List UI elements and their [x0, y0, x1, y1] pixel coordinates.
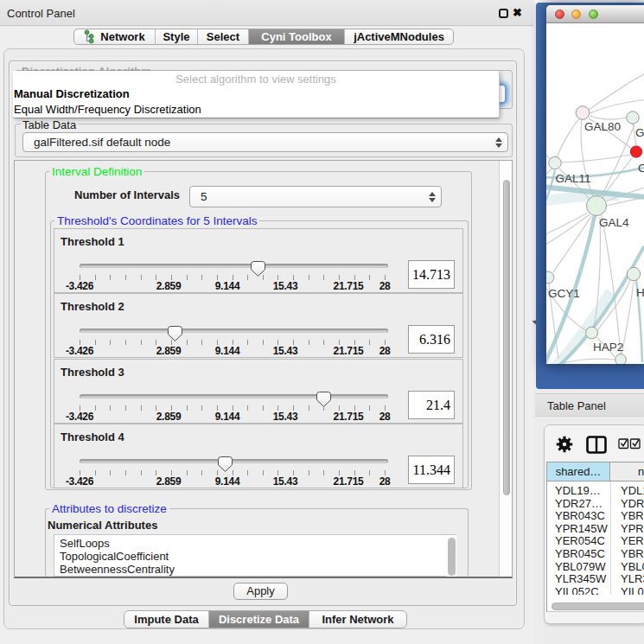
svg-text:GAL4: GAL4	[599, 216, 629, 229]
svg-text:GCY1: GCY1	[548, 287, 580, 300]
svg-text:HAP2: HAP2	[593, 341, 623, 354]
svg-text:HA: HA	[636, 286, 644, 299]
svg-text:GAL: GAL	[635, 126, 644, 139]
svg-text:GAL11: GAL11	[556, 172, 591, 185]
svg-text:CA: CA	[638, 162, 644, 175]
svg-text:GAL80: GAL80	[584, 120, 621, 133]
